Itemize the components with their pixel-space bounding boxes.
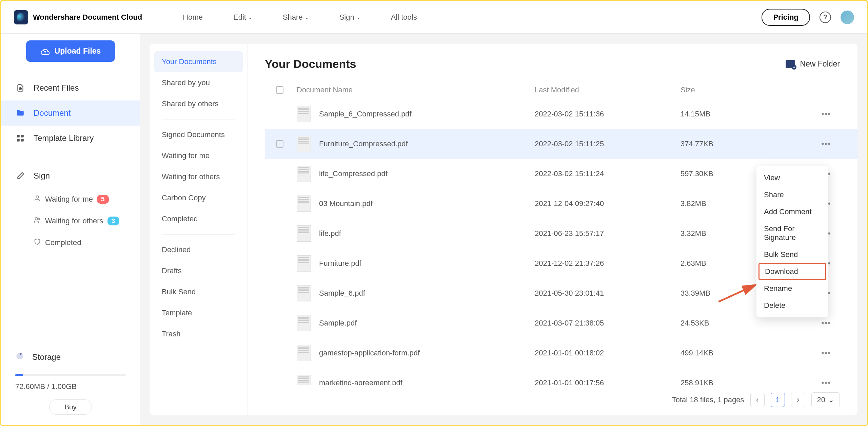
sidebar-waiting-for-me[interactable]: Waiting for me 5 — [1, 188, 140, 210]
file-thumbnail-icon — [297, 136, 311, 152]
table-row[interactable]: Sample_6_Compressed.pdf2022-03-02 15:11:… — [265, 99, 857, 129]
top-nav: Home Edit⌄ Share⌄ Sign⌄ All tools — [183, 13, 417, 22]
table-row[interactable]: Furniture_Compressed.pdf2022-03-02 15:11… — [265, 129, 857, 159]
file-date: 2022-03-02 15:11:25 — [535, 140, 680, 148]
tab-template[interactable]: Template — [154, 302, 243, 323]
more-actions-icon[interactable]: ••• — [813, 110, 840, 118]
file-thumbnail-icon — [297, 255, 311, 272]
pager-next[interactable]: › — [791, 393, 805, 407]
brand: Wondershare Document Cloud — [14, 10, 142, 24]
row-checkbox[interactable] — [276, 140, 283, 148]
file-date: 2021-12-04 09:27:40 — [535, 199, 680, 208]
more-actions-icon[interactable]: ••• — [813, 319, 840, 328]
sidebar-recent-files[interactable]: Recent Files — [1, 75, 140, 100]
more-actions-icon[interactable]: ••• — [813, 378, 840, 385]
avatar[interactable] — [841, 11, 854, 24]
svg-rect-3 — [17, 139, 20, 142]
table-row[interactable]: marketing-agreement.pdf2021-01-01 00:17:… — [265, 368, 857, 385]
ctx-rename[interactable]: Rename — [756, 280, 828, 297]
more-actions-icon[interactable]: ••• — [813, 349, 840, 357]
file-thumbnail-icon — [297, 166, 311, 182]
file-name: gamestop-application-form.pdf — [311, 349, 535, 357]
file-name: Furniture.pdf — [311, 259, 535, 268]
cloud-upload-icon — [40, 48, 50, 55]
file-thumbnail-icon — [297, 315, 311, 331]
upload-files-button[interactable]: Upload Files — [26, 40, 115, 62]
tab-carbon-copy[interactable]: Carbon Copy — [154, 187, 243, 208]
ctx-view[interactable]: View — [756, 169, 828, 186]
pager-prev[interactable]: ‹ — [750, 393, 765, 407]
context-menu: View Share Add Comment Send For Signatur… — [756, 166, 828, 317]
nav-share[interactable]: Share⌄ — [283, 13, 309, 22]
tab-waiting-for-others[interactable]: Waiting for others — [154, 166, 243, 187]
file-date: 2021-03-07 21:38:05 — [535, 319, 680, 328]
file-date: 2021-01-01 00:18:02 — [535, 349, 680, 357]
file-name: Sample_6_Compressed.pdf — [311, 110, 535, 118]
col-last-modified[interactable]: Last Modified — [535, 86, 680, 94]
file-size: 14.15MB — [680, 110, 813, 118]
table-row[interactable]: gamestop-application-form.pdf2021-01-01 … — [265, 338, 857, 368]
nav-edit[interactable]: Edit⌄ — [233, 13, 252, 22]
tab-shared-by-you[interactable]: Shared by you — [154, 72, 243, 93]
user-icon — [34, 195, 41, 204]
select-all-checkbox[interactable] — [276, 86, 283, 94]
divider — [15, 157, 126, 157]
file-date: 2021-12-02 21:37:26 — [535, 259, 680, 268]
svg-point-5 — [36, 196, 38, 198]
tab-shared-by-others[interactable]: Shared by others — [154, 93, 243, 114]
sidebar-document[interactable]: Document — [1, 100, 140, 126]
file-name: Sample.pdf — [311, 319, 535, 328]
col-size[interactable]: Size — [680, 86, 813, 94]
sidebar: Upload Files Recent Files Document Templ… — [1, 34, 140, 425]
badge-count: 5 — [97, 195, 109, 204]
folder-plus-icon — [786, 60, 795, 68]
grid-icon — [15, 133, 25, 143]
shield-icon — [34, 238, 41, 247]
ctx-send-for-signature[interactable]: Send For Signature — [756, 220, 828, 246]
file-name: Sample_6.pdf — [311, 289, 535, 298]
tab-trash[interactable]: Trash — [154, 323, 243, 345]
tab-waiting-for-me[interactable]: Waiting for me — [154, 145, 243, 166]
file-size: 374.77KB — [680, 140, 813, 148]
svg-point-6 — [35, 218, 38, 220]
file-name: marketing-agreement.pdf — [311, 378, 535, 385]
pager-page-1[interactable]: 1 — [771, 393, 785, 407]
sidebar-waiting-for-others[interactable]: Waiting for others 3 — [1, 210, 140, 232]
pager-page-size[interactable]: 20⌄ — [811, 392, 840, 407]
pricing-button[interactable]: Pricing — [762, 9, 810, 26]
ctx-add-comment[interactable]: Add Comment — [756, 203, 828, 220]
chevron-down-icon: ⌄ — [248, 15, 252, 20]
ctx-delete[interactable]: Delete — [756, 297, 828, 314]
col-document-name[interactable]: Document Name — [290, 86, 535, 94]
ctx-download[interactable]: Download — [758, 263, 826, 280]
sidebar-template-library[interactable]: Template Library — [1, 126, 140, 151]
ctx-bulk-send[interactable]: Bulk Send — [756, 246, 828, 263]
new-folder-button[interactable]: New Folder — [786, 59, 840, 69]
tab-declined[interactable]: Declined — [154, 239, 243, 260]
document-tabs: Your Documents Shared by you Shared by o… — [150, 44, 248, 415]
more-actions-icon[interactable]: ••• — [813, 140, 840, 148]
help-icon[interactable]: ? — [820, 12, 831, 23]
ctx-share[interactable]: Share — [756, 186, 828, 203]
clock-file-icon — [15, 83, 25, 93]
tab-your-documents[interactable]: Your Documents — [154, 51, 243, 72]
nav-sign[interactable]: Sign⌄ — [339, 13, 360, 22]
nav-home[interactable]: Home — [183, 13, 203, 22]
tab-drafts[interactable]: Drafts — [154, 260, 243, 281]
file-name: Furniture_Compressed.pdf — [311, 140, 535, 148]
file-size: 258.91KB — [680, 378, 813, 385]
document-list: Your Documents New Folder Document Name … — [248, 44, 857, 415]
nav-all-tools[interactable]: All tools — [391, 13, 417, 22]
sidebar-sign[interactable]: Sign — [1, 163, 140, 188]
sidebar-completed[interactable]: Completed — [1, 232, 140, 254]
tab-bulk-send[interactable]: Bulk Send — [154, 281, 243, 302]
buy-button[interactable]: Buy — [49, 399, 92, 415]
file-date: 2021-06-23 15:57:17 — [535, 229, 680, 238]
divider — [162, 119, 235, 119]
file-date: 2022-03-02 15:11:24 — [535, 169, 680, 178]
storage-pie-icon — [15, 352, 24, 363]
file-name: life_Compressed.pdf — [311, 169, 535, 178]
annotation-arrow-icon — [715, 281, 763, 305]
tab-signed-documents[interactable]: Signed Documents — [154, 124, 243, 145]
tab-completed[interactable]: Completed — [154, 208, 243, 229]
